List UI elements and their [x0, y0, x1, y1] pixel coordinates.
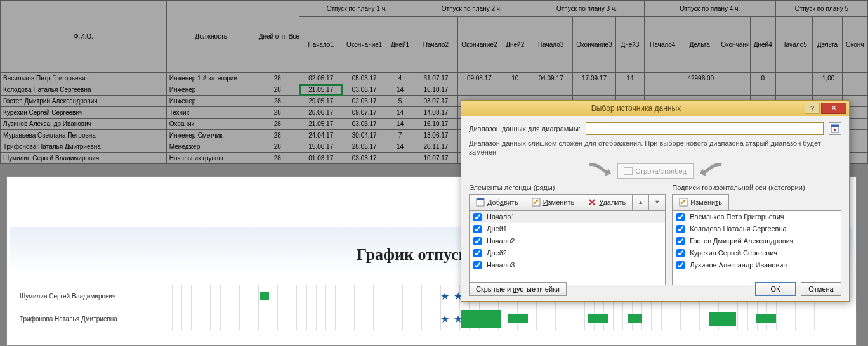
table-cell[interactable]: Начальник группы: [166, 153, 256, 164]
range-selector-button[interactable]: [829, 122, 841, 135]
table-cell[interactable]: [681, 84, 718, 96]
table-cell[interactable]: 10: [501, 73, 529, 84]
table-cell[interactable]: 28: [256, 84, 299, 96]
list-item-checkbox[interactable]: [473, 261, 482, 269]
table-cell[interactable]: [572, 84, 615, 96]
close-button[interactable]: ×: [821, 103, 846, 114]
table-cell[interactable]: 14: [616, 73, 644, 84]
list-item-checkbox[interactable]: [473, 213, 482, 221]
table-cell[interactable]: 28: [256, 153, 299, 164]
table-cell[interactable]: [842, 84, 867, 96]
table-cell[interactable]: 16.10.17: [414, 119, 457, 130]
table-cell[interactable]: [644, 73, 681, 84]
table-cell[interactable]: 09.07.17: [343, 107, 386, 119]
dialog-titlebar[interactable]: Выбор источника данных ? ×: [461, 101, 849, 116]
add-series-button[interactable]: Добавить: [469, 194, 525, 210]
table-cell[interactable]: Инженер: [166, 96, 256, 107]
table-cell[interactable]: Инженер-Сметчик: [166, 130, 256, 141]
table-cell[interactable]: Муравьева Светлана Петровна: [1, 130, 167, 141]
table-cell[interactable]: 28: [256, 141, 299, 153]
list-item[interactable]: Гостев Дмитрий Александрович: [673, 235, 841, 247]
list-item[interactable]: Дней1: [470, 223, 665, 235]
table-cell[interactable]: 03.07.17: [414, 96, 457, 107]
table-cell[interactable]: 02.05.17: [299, 73, 343, 84]
table-cell[interactable]: 10.07.17: [414, 153, 457, 164]
table-cell[interactable]: Охраник: [166, 119, 256, 130]
delete-series-button[interactable]: Удалить: [581, 194, 633, 210]
move-up-button[interactable]: ▲: [633, 194, 649, 210]
table-cell[interactable]: 29.05.17: [299, 96, 343, 107]
table-cell[interactable]: 14: [386, 107, 414, 119]
table-cell[interactable]: 31.07.17: [414, 73, 457, 84]
table-cell[interactable]: [529, 84, 572, 96]
table-cell[interactable]: 01.03.17: [299, 153, 343, 164]
edit-series-button[interactable]: Изменить: [525, 194, 582, 210]
table-cell[interactable]: [644, 84, 681, 96]
table-cell[interactable]: [813, 84, 842, 96]
table-cell[interactable]: 28: [256, 130, 299, 141]
table-cell[interactable]: Техник: [166, 107, 256, 119]
table-cell[interactable]: 03.06.17: [343, 119, 386, 130]
table-cell[interactable]: 28.06.17: [343, 141, 386, 153]
table-cell[interactable]: 28: [256, 119, 299, 130]
table-cell[interactable]: 14: [386, 84, 414, 96]
table-cell[interactable]: 28: [256, 107, 299, 119]
table-row[interactable]: Колодова Наталья СергеевнаИнженер2821.05…: [1, 84, 868, 96]
table-cell[interactable]: [616, 84, 644, 96]
table-cell[interactable]: [501, 84, 529, 96]
list-item-checkbox[interactable]: [676, 261, 685, 269]
table-cell[interactable]: [775, 84, 812, 96]
table-cell[interactable]: 21.05.17: [299, 119, 343, 130]
table-cell[interactable]: 04.09.17: [529, 73, 572, 84]
series-listbox[interactable]: Начало1Дней1Начало2Дней2Начало3: [469, 210, 666, 285]
edit-categories-button[interactable]: Изменить: [672, 194, 729, 210]
table-cell[interactable]: Лузинов Александр Иванович: [1, 119, 167, 130]
ok-button[interactable]: ОК: [755, 282, 796, 296]
table-cell[interactable]: 13.06.17: [414, 130, 457, 141]
table-cell[interactable]: 14: [386, 119, 414, 130]
table-cell[interactable]: 02.06.17: [343, 96, 386, 107]
table-cell[interactable]: [386, 153, 414, 164]
table-cell[interactable]: Колодова Наталья Сергеевна: [1, 84, 167, 96]
table-cell[interactable]: 05.05.17: [343, 73, 386, 84]
table-cell[interactable]: Инженер: [166, 84, 256, 96]
table-cell[interactable]: 17.09.17: [572, 73, 615, 84]
chart-range-input[interactable]: [586, 122, 824, 135]
table-cell[interactable]: 24.04.17: [299, 130, 343, 141]
table-cell[interactable]: [775, 73, 812, 84]
list-item[interactable]: Колодова Наталья Сергеевна: [673, 223, 841, 235]
table-cell[interactable]: 20.11.17: [414, 141, 457, 153]
table-cell[interactable]: Трифонова Наталья Дмитриевна: [1, 141, 167, 153]
table-cell[interactable]: [842, 73, 867, 84]
list-item-checkbox[interactable]: [473, 237, 482, 245]
table-cell[interactable]: 4: [386, 73, 414, 84]
table-cell[interactable]: 14: [386, 141, 414, 153]
table-row[interactable]: Васильков Петр ГригорьевичИнженер 1-й ка…: [1, 73, 868, 84]
table-cell[interactable]: 5: [386, 96, 414, 107]
list-item[interactable]: Курехин Сергей Сергеевич: [673, 247, 841, 259]
cancel-button[interactable]: Отмена: [801, 282, 841, 296]
list-item-checkbox[interactable]: [676, 213, 685, 221]
table-cell[interactable]: 16.10.17: [414, 84, 457, 96]
table-cell[interactable]: Шумилин Сергей Владимирович: [1, 153, 167, 164]
table-cell[interactable]: 26.06.17: [299, 107, 343, 119]
list-item-checkbox[interactable]: [676, 249, 685, 257]
hidden-empty-cells-button[interactable]: Скрытые и пустые ячейки: [469, 282, 567, 296]
table-cell[interactable]: 14.08.17: [414, 107, 457, 119]
table-cell[interactable]: Инженер 1-й категории: [166, 73, 256, 84]
list-item[interactable]: Дней2: [470, 247, 665, 259]
table-cell[interactable]: 30.04.17: [343, 130, 386, 141]
table-cell[interactable]: [750, 84, 775, 96]
table-cell[interactable]: 28: [256, 73, 299, 84]
table-cell[interactable]: 03.03.17: [343, 153, 386, 164]
table-cell[interactable]: [457, 84, 501, 96]
list-item[interactable]: Начало2: [470, 235, 665, 247]
table-cell[interactable]: Менеджер: [166, 141, 256, 153]
table-cell[interactable]: [718, 84, 750, 96]
list-item[interactable]: Васильков Петр Григорьевич: [673, 211, 841, 223]
categories-listbox[interactable]: Васильков Петр ГригорьевичКолодова Натал…: [672, 210, 841, 285]
list-item[interactable]: Лузинов Александр Иванович: [673, 259, 841, 271]
table-cell[interactable]: -1,00: [813, 73, 842, 84]
list-item-checkbox[interactable]: [473, 225, 482, 233]
table-cell[interactable]: Курехин Сергей Сергеевич: [1, 107, 167, 119]
